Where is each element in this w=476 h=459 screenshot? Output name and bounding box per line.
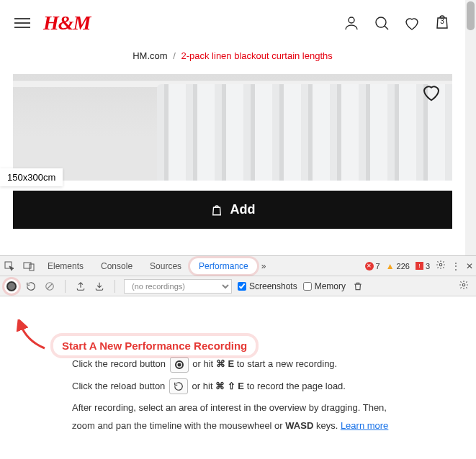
record-icon	[170, 357, 189, 373]
size-badge: 150x300cm	[0, 168, 63, 186]
memory-checkbox[interactable]: Memory	[303, 281, 346, 291]
devtools-panel: Elements Console Sources Performance » ✕…	[0, 255, 476, 459]
reload-record-button[interactable]	[24, 280, 37, 293]
svg-line-2	[385, 26, 388, 29]
page-scrollbar-thumb[interactable]	[467, 1, 475, 30]
capture-settings-icon[interactable]	[459, 280, 472, 292]
recordings-select[interactable]: (no recordings)	[124, 279, 232, 294]
clear-button[interactable]	[43, 280, 56, 293]
favorite-product-icon[interactable]	[421, 81, 442, 103]
record-tooltip: Start A New Performance Recording	[53, 336, 256, 355]
breadcrumb-sep: /	[170, 50, 179, 61]
device-toolbar-icon[interactable]	[19, 261, 39, 271]
search-icon[interactable]	[373, 14, 390, 32]
bag-count: 3	[434, 17, 451, 25]
svg-rect-5	[30, 264, 34, 271]
tab-performance[interactable]: Performance	[190, 258, 257, 274]
breadcrumb: HM.com / 2-pack linen blackout curtain l…	[0, 40, 465, 74]
instruction-zoom: After recording, select an area of inter…	[72, 399, 404, 435]
bag-icon	[210, 204, 223, 217]
product-image	[13, 74, 452, 181]
shopping-bag-button[interactable]: 3	[434, 13, 451, 33]
performance-body: Start A New Performance Recording Click …	[0, 296, 476, 459]
screenshots-checkbox-input[interactable]	[238, 282, 246, 291]
garbage-collect-icon[interactable]	[351, 280, 364, 293]
more-tabs-icon[interactable]: »	[257, 261, 271, 271]
learn-more-link[interactable]: Learn more	[341, 420, 388, 431]
close-devtools-icon[interactable]: ✕	[463, 261, 476, 271]
error-badge[interactable]: ✕7	[365, 262, 380, 271]
settings-icon[interactable]	[433, 260, 449, 272]
breadcrumb-current[interactable]: 2-pack linen blackout curtain lengths	[181, 50, 332, 61]
svg-line-8	[48, 283, 53, 288]
devtools-tabbar: Elements Console Sources Performance » ✕…	[0, 256, 476, 276]
save-profile-icon[interactable]	[93, 280, 106, 293]
add-to-bag-button[interactable]: Add	[13, 191, 452, 229]
memory-checkbox-input[interactable]	[303, 282, 312, 291]
breadcrumb-home[interactable]: HM.com	[133, 50, 167, 61]
favorites-icon[interactable]	[403, 14, 421, 32]
tab-elements[interactable]: Elements	[39, 256, 92, 276]
site-header: H&M 3	[0, 0, 465, 40]
page-scrollbar-track[interactable]	[465, 0, 476, 255]
instruction-record: Click the record button or hit ⌘ E to st…	[72, 355, 404, 373]
annotation-arrow	[16, 319, 52, 355]
svg-point-6	[439, 263, 442, 266]
add-label: Add	[230, 202, 256, 217]
performance-toolbar: (no recordings) Screenshots Memory	[0, 276, 476, 296]
record-button[interactable]	[4, 279, 19, 294]
menu-icon[interactable]	[14, 18, 30, 28]
svg-point-1	[376, 17, 386, 27]
svg-point-9	[462, 283, 465, 286]
screenshots-checkbox[interactable]: Screenshots	[238, 281, 297, 291]
instruction-reload: Click the reload button or hit ⌘ ⇧ E to …	[72, 378, 404, 396]
svg-point-11	[177, 363, 181, 366]
warning-badge[interactable]: ▲226	[386, 261, 410, 271]
tab-console[interactable]: Console	[92, 256, 141, 276]
kebab-menu-icon[interactable]: ⋮	[449, 261, 463, 271]
user-icon[interactable]	[343, 14, 360, 32]
inspect-icon[interactable]	[0, 261, 19, 271]
issues-badge[interactable]: !3	[416, 262, 430, 271]
reload-icon	[169, 378, 188, 394]
svg-point-0	[349, 17, 354, 23]
load-profile-icon[interactable]	[74, 280, 87, 293]
logo[interactable]: H&M	[43, 12, 90, 35]
tab-sources[interactable]: Sources	[141, 256, 190, 276]
